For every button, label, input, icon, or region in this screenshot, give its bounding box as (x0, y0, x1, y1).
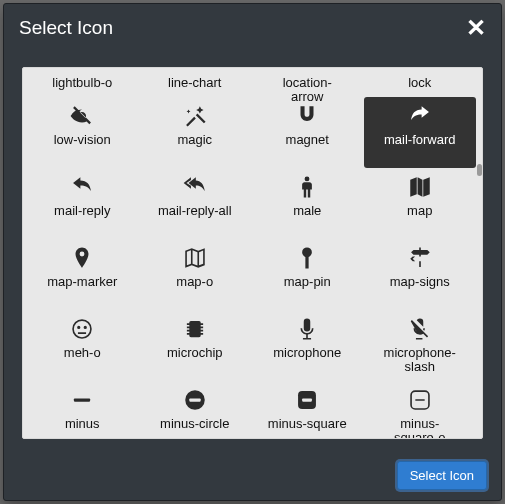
icon-label: map-signs (388, 275, 452, 289)
male-icon (292, 172, 322, 202)
map-marker-icon (67, 243, 97, 273)
map-icon (405, 172, 435, 202)
icon-label: microphone (271, 346, 343, 360)
icon-label: map-marker (45, 275, 119, 289)
meh-o-icon (67, 314, 97, 344)
low-vision-icon (67, 101, 97, 131)
icon-option-mail-reply[interactable]: mail-reply (26, 168, 139, 239)
magnet-icon (292, 101, 322, 131)
dialog-title: Select Icon (19, 17, 113, 39)
icon-label: minus (63, 417, 102, 431)
minus-circle-icon (180, 385, 210, 415)
titlebar: Select Icon ✕ (4, 4, 501, 49)
mail-forward-icon (405, 101, 435, 131)
icon-option-mail-forward[interactable]: mail-forward (364, 97, 477, 168)
icon-option-low-vision[interactable]: low-vision (26, 97, 139, 168)
minus-square-icon (292, 385, 322, 415)
icon-label: microphone- slash (382, 346, 458, 374)
scrollbar-track (476, 68, 482, 438)
icon-option-map-marker[interactable]: map-marker (26, 239, 139, 310)
icon-option-meh-o[interactable]: meh-o (26, 310, 139, 381)
icon-option-minus-circle[interactable]: minus-circle (139, 381, 252, 439)
map-pin-icon (292, 243, 322, 273)
icon-option-minus-square[interactable]: minus-square (251, 381, 364, 439)
map-signs-icon (405, 243, 435, 273)
icon-option-map-o[interactable]: map-o (139, 239, 252, 310)
icon-label: map-pin (282, 275, 333, 289)
icon-label: minus- square-o (392, 417, 447, 439)
icon-label: minus-circle (158, 417, 231, 431)
icon-label: magic (175, 133, 214, 147)
icon-label: map (405, 204, 434, 218)
icon-label: mail-reply (52, 204, 112, 218)
icon-option-microchip[interactable]: microchip (139, 310, 252, 381)
select-icon-dialog: Select Icon ✕ lightbulb-oline-chartlocat… (3, 3, 502, 501)
magic-icon (180, 101, 210, 131)
icon-label: mail-forward (382, 133, 458, 147)
map-o-icon (180, 243, 210, 273)
icon-option-map-pin[interactable]: map-pin (251, 239, 364, 310)
icon-label: minus-square (266, 417, 349, 431)
icon-grid-panel: lightbulb-oline-chartlocation- arrowlock… (22, 67, 483, 439)
icon-option-microphone[interactable]: microphone (251, 310, 364, 381)
select-icon-button[interactable]: Select Icon (397, 461, 487, 490)
icon-label: map-o (174, 275, 215, 289)
icon-option-map[interactable]: map (364, 168, 477, 239)
icon-option-lock[interactable]: lock (364, 68, 477, 97)
icon-label: magnet (284, 133, 331, 147)
icon-option-lightbulb-o[interactable]: lightbulb-o (26, 68, 139, 97)
icon-grid: lightbulb-oline-chartlocation- arrowlock… (23, 68, 479, 439)
microchip-icon (180, 314, 210, 344)
dialog-footer: Select Icon (397, 461, 487, 490)
icon-option-minus[interactable]: minus (26, 381, 139, 439)
icon-option-male[interactable]: male (251, 168, 364, 239)
mail-reply-icon (67, 172, 97, 202)
microphone-icon (292, 314, 322, 344)
icon-label: lightbulb-o (50, 76, 114, 90)
icon-option-minus-square-o[interactable]: minus- square-o (364, 381, 477, 439)
icon-option-line-chart[interactable]: line-chart (139, 68, 252, 97)
minus-icon (67, 385, 97, 415)
microphone-slash-icon (405, 314, 435, 344)
icon-option-location-arrow[interactable]: location- arrow (251, 68, 364, 97)
icon-label: male (291, 204, 323, 218)
mail-reply-all-icon (180, 172, 210, 202)
icon-option-magic[interactable]: magic (139, 97, 252, 168)
icon-option-map-signs[interactable]: map-signs (364, 239, 477, 310)
icon-scroll-area[interactable]: lightbulb-oline-chartlocation- arrowlock… (23, 68, 482, 438)
icon-label: lock (406, 76, 433, 90)
icon-label: mail-reply-all (156, 204, 234, 218)
icon-label: low-vision (52, 133, 113, 147)
icon-label: microchip (165, 346, 225, 360)
icon-label: line-chart (166, 76, 223, 90)
icon-option-microphone-slash[interactable]: microphone- slash (364, 310, 477, 381)
icon-option-mail-reply-all[interactable]: mail-reply-all (139, 168, 252, 239)
close-icon[interactable]: ✕ (466, 18, 486, 38)
icon-label: meh-o (62, 346, 103, 360)
minus-square-o-icon (405, 385, 435, 415)
scrollbar-thumb[interactable] (477, 164, 482, 176)
icon-option-magnet[interactable]: magnet (251, 97, 364, 168)
